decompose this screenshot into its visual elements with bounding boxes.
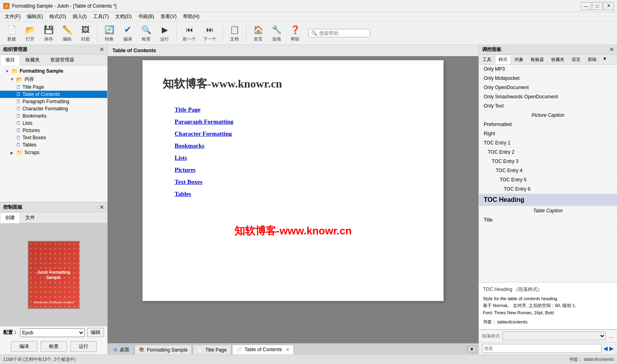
run-btn[interactable]: 运行 — [70, 341, 97, 352]
new-button[interactable]: 📄 新建 — [3, 22, 20, 44]
style-item-toc-heading[interactable]: TOC Heading — [479, 194, 617, 206]
prev-button[interactable]: ⏮ 前一个 — [180, 22, 199, 44]
tab-project[interactable]: 项目 — [0, 55, 20, 65]
control-panel-close-button[interactable]: ✕ — [100, 204, 104, 210]
help-button[interactable]: ❓ 帮助 — [287, 22, 303, 44]
compile-button[interactable]: ✔ 编译 — [119, 22, 136, 44]
right-tab-tools[interactable]: 工具 — [479, 55, 495, 64]
menu-format[interactable]: 格式(O) — [46, 12, 69, 21]
right-tab-bookmarks[interactable]: 收藏夹 — [548, 55, 568, 64]
menu-file[interactable]: 文件(F) — [2, 12, 24, 21]
tree-item-pictures[interactable]: 🗒 Pictures — [0, 127, 107, 134]
tree-root[interactable]: ▼ 📁 Formatting Sample — [0, 67, 107, 75]
style-item-only-opendoc[interactable]: Only OpenDocument — [479, 83, 617, 92]
style-item-pic-caption[interactable]: Picture Caption — [479, 111, 617, 120]
tree-item-lists[interactable]: 🗒 Lists — [0, 120, 107, 127]
right-tab-styles[interactable]: 样式 — [495, 55, 511, 65]
tab-desktop[interactable]: ⊞ 桌面 — [109, 345, 134, 354]
tree-item-para-format[interactable]: 🗒 Paragraph Formatting — [0, 98, 107, 105]
run-button[interactable]: ▶ 运行 — [156, 22, 173, 44]
style-item-toc3[interactable]: TOC Entry 3 — [487, 157, 617, 166]
tree-item-toc[interactable]: 🗒 Table of Contents — [0, 91, 107, 98]
tabs-scroll-button[interactable]: ▼ — [467, 346, 477, 353]
tree-item-title-page[interactable]: 🗒 Title Page — [0, 83, 107, 91]
menu-edit[interactable]: 编辑(E) — [24, 12, 46, 21]
style-item-toc1[interactable]: TOC Entry 1 — [479, 138, 617, 148]
style-item-only-mp3[interactable]: Only MP3 — [479, 65, 617, 74]
style-item-toc2[interactable]: TOC Entry 2 — [483, 148, 617, 157]
menu-insert[interactable]: 插入(I) — [69, 12, 90, 21]
compile-btn[interactable]: 编译 — [11, 341, 37, 352]
right-tab-object[interactable]: 对象 — [511, 55, 527, 64]
edit-button[interactable]: ✏️ 编辑 — [59, 22, 75, 44]
para-style-options-icon[interactable]: … — [608, 333, 614, 339]
style-item-toc4[interactable]: TOC Entry 4 — [491, 166, 617, 175]
style-item-table-caption[interactable]: Table Caption — [479, 206, 617, 216]
right-panel-close-button[interactable]: ✕ — [609, 47, 614, 53]
tab-favorites[interactable]: 收藏夹 — [20, 55, 45, 65]
style-item-title[interactable]: Title — [479, 216, 617, 225]
toc-link-char-format[interactable]: Character Formatting — [175, 128, 424, 140]
style-item-only-mobi[interactable]: Only Mobipocket — [479, 74, 617, 83]
minimize-button[interactable]: — — [581, 2, 591, 10]
right-tab-more[interactable]: ▼ — [600, 55, 609, 64]
save-button[interactable]: 💾 保存 — [40, 22, 57, 44]
check-button[interactable]: 🔍 检查 — [138, 22, 155, 44]
menu-help[interactable]: 帮助(H) — [180, 12, 203, 21]
close-button[interactable]: ✕ — [603, 2, 614, 10]
toc-link-para-format[interactable]: Paragraph Formatting — [175, 116, 424, 128]
convert-button[interactable]: 🔄 转换 — [101, 22, 118, 44]
toc-link-lists[interactable]: Lists — [175, 152, 424, 164]
tab-formatting-sample[interactable]: 📚 Formatting Sample — [134, 345, 192, 354]
style-item-only-text[interactable]: Only Text — [479, 102, 617, 111]
style-item-preformatted[interactable]: Preformatted — [479, 120, 617, 129]
menu-books[interactable]: 书籍(B) — [135, 12, 157, 21]
check-btn[interactable]: 检查 — [41, 341, 67, 352]
toolbar-separator-1 — [97, 24, 98, 42]
style-item-toc5[interactable]: TOC Entry 5 — [495, 175, 617, 185]
open-button[interactable]: 📂 打开 — [22, 22, 39, 44]
toc-tab-close[interactable]: ✕ — [286, 347, 289, 352]
tab-resource-manager[interactable]: 资源管理器 — [45, 55, 79, 65]
tab-toc[interactable]: 📄 Table of Contents ✕ — [232, 345, 294, 354]
tree-folder-content[interactable]: ▼ 📂 内容 — [0, 75, 107, 83]
tree-item-textboxes[interactable]: 🗒 Text Boxes — [0, 134, 107, 141]
doc-button[interactable]: 📋 文档 — [226, 22, 243, 44]
menu-document[interactable]: 文档(D) — [112, 12, 135, 21]
home-button[interactable]: 🏠 首页 — [250, 22, 267, 44]
config-select[interactable]: Epub — [20, 328, 85, 337]
organizer-close-button[interactable]: ✕ — [100, 47, 104, 53]
search-forward-icon[interactable]: ▶ — [609, 345, 614, 352]
tree-item-bookmarks[interactable]: 🗒 Bookmarks — [0, 112, 107, 120]
tree-item-tables[interactable]: 🗒 Tables — [0, 141, 107, 148]
right-tab-language[interactable]: 语言 — [568, 55, 584, 64]
menu-view[interactable]: 查看(V) — [157, 12, 180, 21]
style-item-right[interactable]: Right — [479, 129, 617, 138]
style-item-toc6[interactable]: TOC Entry 6 — [499, 185, 617, 194]
menu-tools[interactable]: 工具(T) — [90, 12, 112, 21]
options-button[interactable]: 🔧 选项 — [268, 22, 285, 44]
save-icon: 💾 — [43, 24, 54, 35]
search-input[interactable] — [319, 31, 367, 36]
toc-link-pictures[interactable]: Pictures — [175, 164, 424, 176]
tab-file[interactable]: 文件 — [20, 212, 40, 223]
next-button[interactable]: ⏭ 下一个 — [200, 22, 219, 44]
styles-search-input[interactable] — [482, 344, 602, 353]
tab-create[interactable]: 创建 — [0, 212, 20, 223]
tab-title-page[interactable]: 📄 Title Page — [193, 345, 231, 354]
right-tab-clip[interactable]: 剪辑 — [584, 55, 600, 64]
maximize-button[interactable]: □ — [592, 2, 603, 10]
search-back-icon[interactable]: ◀ — [603, 345, 608, 352]
para-style-select[interactable] — [502, 331, 606, 340]
right-tab-inspector[interactable]: 检验器 — [527, 55, 548, 64]
toc-link-textboxes[interactable]: Text Boxes — [175, 176, 424, 188]
config-edit-button[interactable]: 编辑 — [87, 328, 104, 337]
cover-button[interactable]: 🖼 封面 — [77, 22, 94, 44]
toc-link-bookmarks[interactable]: Bookmarks — [175, 140, 424, 152]
tree-folder-scraps[interactable]: ▶ 📁 Scraps — [0, 148, 107, 157]
tree-item-char-format[interactable]: 🗒 Character Formatting — [0, 105, 107, 112]
style-item-only-smashwords[interactable]: Only Smashwords OpenDocument — [479, 92, 617, 102]
watermark-text: 知软博客-www.knowr.cn — [163, 224, 424, 238]
toc-link-tables[interactable]: Tables — [175, 188, 424, 200]
toc-link-title-page[interactable]: Title Page — [175, 104, 424, 116]
